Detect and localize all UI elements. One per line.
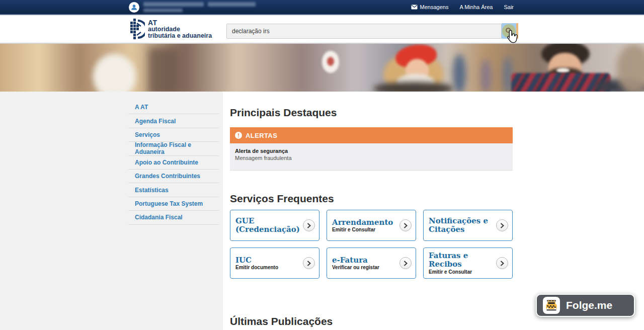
sidebar-item-apoio-ao-contribuinte[interactable]: Apoio ao Contribuinte bbox=[128, 156, 219, 170]
alerts-banner-label: ALERTAS bbox=[246, 132, 277, 139]
logo-line1: AT bbox=[148, 19, 212, 27]
service-card-notificacoes[interactable]: Notificações e Citações bbox=[423, 210, 513, 241]
service-card-title: IUC bbox=[235, 256, 299, 265]
service-card-title: Notificações e Citações bbox=[429, 217, 492, 234]
alerts-banner: ! ALERTAS bbox=[230, 127, 513, 143]
redacted-name bbox=[143, 2, 204, 7]
my-area-label: A Minha Área bbox=[459, 4, 493, 10]
hero-doorway bbox=[148, 48, 179, 92]
envelope-icon bbox=[411, 5, 418, 10]
sidebar-item-label: Estatísticas bbox=[135, 187, 169, 194]
chevron-right-icon[interactable] bbox=[399, 219, 412, 231]
top-navigation-bar: Mensagens A Minha Área Sair bbox=[0, 0, 644, 15]
sidebar-item-label: A AT bbox=[135, 104, 148, 111]
service-card-arrendamento[interactable]: Arrendamento Emitir e Consultar bbox=[327, 210, 416, 241]
logout-link[interactable]: Sair bbox=[504, 4, 514, 10]
service-card-title: e-Fatura bbox=[332, 256, 395, 265]
frequent-services-grid: GUE (Credenciação) Arrendamento Emitir e… bbox=[230, 210, 644, 279]
alert-item[interactable]: Alerta de segurança Mensagem fraudulenta bbox=[230, 143, 513, 171]
redacted-name-2 bbox=[208, 2, 256, 7]
sidebar-item-label: Cidadania Fiscal bbox=[135, 214, 183, 221]
latest-publications-title: Últimas Publicações bbox=[230, 315, 644, 327]
sidebar-item-label: Apoio ao Contribuinte bbox=[135, 159, 198, 166]
hero-crowd-2 bbox=[480, 59, 492, 92]
user-info-redacted bbox=[143, 2, 256, 12]
chevron-right-icon[interactable] bbox=[496, 219, 508, 231]
exclamation-icon: ! bbox=[235, 132, 242, 139]
folge-me-icon bbox=[543, 297, 560, 314]
service-card-title: Arrendamento bbox=[332, 218, 395, 227]
alert-text: Mensagem fraudulenta bbox=[235, 155, 508, 161]
chevron-right-icon[interactable] bbox=[399, 257, 412, 269]
highlights-title: Principais Destaques bbox=[230, 107, 644, 119]
sidebar-item-label: Grandes Contribuintes bbox=[135, 173, 200, 180]
user-avatar bbox=[129, 2, 139, 13]
at-logo-text: AT autoridade tributária e aduaneira bbox=[148, 19, 212, 40]
service-card-subtitle: Emitir e Consultar bbox=[332, 227, 395, 232]
sidebar-item-estatisticas[interactable]: Estatísticas bbox=[128, 183, 219, 197]
sidebar-menu: A AT Agenda Fiscal Serviços Informação F… bbox=[128, 101, 219, 225]
portal-das-financas-page: Mensagens A Minha Área Sair bbox=[0, 0, 644, 330]
person-icon bbox=[130, 4, 138, 11]
sidebar-item-label: Serviços bbox=[135, 131, 160, 138]
site-header: AT autoridade tributária e aduaneira bbox=[0, 16, 644, 43]
taxi-car-icon bbox=[545, 299, 558, 312]
service-card-subtitle: Emitir e Consultar bbox=[429, 269, 492, 275]
hero-image bbox=[0, 43, 644, 92]
service-card-gue[interactable]: GUE (Credenciação) bbox=[230, 210, 319, 241]
service-card-title: GUE (Credenciação) bbox=[235, 217, 299, 234]
user-info[interactable] bbox=[129, 2, 256, 13]
folge-me-label: Folge.me bbox=[566, 299, 612, 311]
alerts-panel[interactable]: ! ALERTAS Alerta de segurança Mensagem f… bbox=[230, 127, 513, 171]
sidebar-item-portuguese-tax-system[interactable]: Portuguese Tax System bbox=[128, 197, 219, 211]
sidebar-item-cidadania-fiscal[interactable]: Cidadania Fiscal bbox=[128, 211, 219, 224]
service-card-subtitle: Emitir documento bbox=[235, 265, 299, 270]
service-card-subtitle: Verificar ou registar bbox=[332, 265, 395, 270]
hero-sale-text bbox=[327, 57, 334, 66]
chevron-right-icon[interactable] bbox=[303, 257, 315, 269]
search-input[interactable] bbox=[226, 24, 502, 39]
sidebar-item-label: Agenda Fiscal bbox=[135, 118, 176, 125]
sidebar-item-label: Informação Fiscal e Aduaneira bbox=[135, 141, 219, 155]
logo-line3: tributária e aduaneira bbox=[148, 33, 212, 39]
at-logo-icon bbox=[129, 19, 145, 40]
messages-link[interactable]: Mensagens bbox=[411, 4, 449, 10]
mouse-cursor bbox=[505, 29, 519, 45]
chevron-right-icon[interactable] bbox=[303, 219, 315, 231]
at-logo[interactable]: AT autoridade tributária e aduaneira bbox=[129, 19, 212, 40]
service-card-efatura[interactable]: e-Fatura Verificar ou registar bbox=[327, 248, 416, 279]
logout-label: Sair bbox=[504, 4, 514, 10]
redacted-nif bbox=[143, 9, 183, 12]
sidebar-item-agenda-fiscal[interactable]: Agenda Fiscal bbox=[128, 114, 219, 128]
sidebar-item-a-at[interactable]: A AT bbox=[128, 101, 219, 114]
service-card-faturas-recibos[interactable]: Faturas e Recibos Emitir e Consultar bbox=[423, 248, 513, 279]
sidebar-item-informacao-fiscal-e-aduaneira[interactable]: Informação Fiscal e Aduaneira bbox=[128, 142, 219, 155]
service-card-title: Faturas e Recibos bbox=[429, 252, 492, 269]
topbar-links: Mensagens A Minha Área Sair bbox=[411, 0, 514, 14]
hero-woman-coat bbox=[373, 82, 454, 92]
service-card-iuc[interactable]: IUC Emitir documento bbox=[230, 248, 319, 279]
sidebar-item-servicos[interactable]: Serviços bbox=[128, 128, 219, 142]
hero-crowd-1 bbox=[453, 54, 466, 92]
frequent-services-title: Serviços Frequentes bbox=[230, 193, 644, 205]
hero-man-smile bbox=[556, 68, 570, 73]
messages-label: Mensagens bbox=[420, 4, 449, 10]
folge-me-badge: Folge.me bbox=[536, 294, 635, 317]
sidebar-item-label: Portuguese Tax System bbox=[135, 200, 203, 207]
my-area-link[interactable]: A Minha Área bbox=[459, 4, 493, 10]
sidebar-item-grandes-contribuintes[interactable]: Grandes Contribuintes bbox=[128, 170, 219, 183]
alert-title: Alerta de segurança bbox=[235, 148, 508, 154]
chevron-right-icon[interactable] bbox=[496, 257, 508, 269]
